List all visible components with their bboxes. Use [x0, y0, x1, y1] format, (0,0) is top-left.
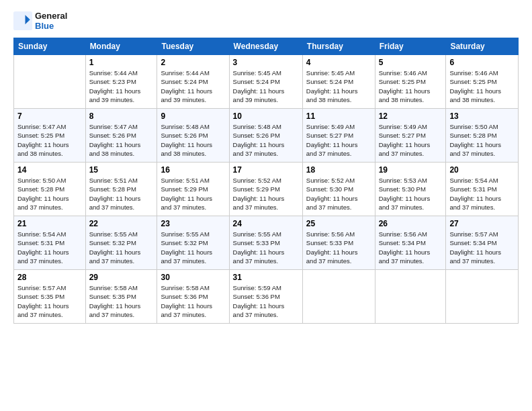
day-info: Sunrise: 5:46 AM Sunset: 5:25 PM Dayligh…	[379, 68, 443, 104]
calendar-cell: 29Sunrise: 5:58 AM Sunset: 5:35 PM Dayli…	[85, 270, 157, 324]
day-number: 6	[449, 58, 515, 67]
day-info: Sunrise: 5:50 AM Sunset: 5:28 PM Dayligh…	[17, 176, 82, 212]
header-sunday: Sunday	[14, 38, 86, 55]
day-info: Sunrise: 5:44 AM Sunset: 5:23 PM Dayligh…	[89, 68, 154, 104]
day-info: Sunrise: 5:46 AM Sunset: 5:25 PM Dayligh…	[449, 68, 515, 104]
calendar-cell: 2Sunrise: 5:44 AM Sunset: 5:24 PM Daylig…	[157, 55, 229, 109]
header: General Blue	[13, 11, 519, 31]
day-info: Sunrise: 5:56 AM Sunset: 5:34 PM Dayligh…	[379, 230, 443, 265]
day-number: 29	[89, 273, 154, 282]
day-number: 24	[233, 219, 299, 228]
header-thursday: Thursday	[302, 38, 375, 55]
day-info: Sunrise: 5:58 AM Sunset: 5:36 PM Dayligh…	[161, 283, 225, 319]
day-info: Sunrise: 5:49 AM Sunset: 5:27 PM Dayligh…	[306, 122, 371, 158]
calendar-cell: 6Sunrise: 5:46 AM Sunset: 5:25 PM Daylig…	[446, 55, 519, 109]
week-row-2: 7Sunrise: 5:47 AM Sunset: 5:25 PM Daylig…	[14, 109, 519, 163]
day-number: 4	[306, 58, 371, 67]
day-number: 11	[306, 111, 371, 121]
day-info: Sunrise: 5:51 AM Sunset: 5:28 PM Dayligh…	[89, 176, 154, 212]
calendar-cell: 19Sunrise: 5:53 AM Sunset: 5:30 PM Dayli…	[375, 163, 446, 216]
day-info: Sunrise: 5:54 AM Sunset: 5:31 PM Dayligh…	[17, 230, 82, 265]
day-info: Sunrise: 5:49 AM Sunset: 5:27 PM Dayligh…	[379, 122, 443, 158]
header-tuesday: Tuesday	[157, 38, 229, 55]
calendar-cell: 12Sunrise: 5:49 AM Sunset: 5:27 PM Dayli…	[375, 109, 446, 163]
day-number: 8	[89, 111, 154, 121]
calendar-cell: 31Sunrise: 5:59 AM Sunset: 5:36 PM Dayli…	[229, 270, 302, 324]
calendar-cell: 7Sunrise: 5:47 AM Sunset: 5:25 PM Daylig…	[14, 109, 86, 163]
calendar-cell	[14, 55, 86, 109]
day-number: 5	[379, 58, 443, 67]
day-info: Sunrise: 5:45 AM Sunset: 5:24 PM Dayligh…	[306, 68, 371, 104]
day-info: Sunrise: 5:56 AM Sunset: 5:33 PM Dayligh…	[306, 230, 371, 265]
day-number: 9	[161, 111, 225, 121]
week-row-1: 1Sunrise: 5:44 AM Sunset: 5:23 PM Daylig…	[14, 55, 519, 109]
day-info: Sunrise: 5:50 AM Sunset: 5:28 PM Dayligh…	[449, 122, 515, 158]
days-header-row: SundayMondayTuesdayWednesdayThursdayFrid…	[14, 38, 519, 55]
day-number: 18	[306, 165, 371, 175]
day-number: 13	[449, 111, 515, 121]
day-number: 1	[89, 58, 154, 67]
calendar-cell: 28Sunrise: 5:57 AM Sunset: 5:35 PM Dayli…	[14, 270, 86, 324]
day-info: Sunrise: 5:55 AM Sunset: 5:32 PM Dayligh…	[89, 230, 154, 265]
day-number: 30	[161, 273, 225, 282]
calendar-cell: 13Sunrise: 5:50 AM Sunset: 5:28 PM Dayli…	[446, 109, 519, 163]
calendar-cell: 26Sunrise: 5:56 AM Sunset: 5:34 PM Dayli…	[375, 216, 446, 270]
day-info: Sunrise: 5:57 AM Sunset: 5:34 PM Dayligh…	[449, 230, 515, 265]
calendar-cell: 25Sunrise: 5:56 AM Sunset: 5:33 PM Dayli…	[302, 216, 375, 270]
day-number: 28	[17, 273, 82, 282]
calendar-cell: 10Sunrise: 5:48 AM Sunset: 5:26 PM Dayli…	[229, 109, 302, 163]
header-monday: Monday	[85, 38, 157, 55]
day-number: 19	[379, 165, 443, 175]
calendar-cell: 20Sunrise: 5:54 AM Sunset: 5:31 PM Dayli…	[446, 163, 519, 216]
day-info: Sunrise: 5:47 AM Sunset: 5:26 PM Dayligh…	[89, 122, 154, 158]
calendar-cell: 24Sunrise: 5:55 AM Sunset: 5:33 PM Dayli…	[229, 216, 302, 270]
day-info: Sunrise: 5:48 AM Sunset: 5:26 PM Dayligh…	[161, 122, 225, 158]
calendar-cell: 9Sunrise: 5:48 AM Sunset: 5:26 PM Daylig…	[157, 109, 229, 163]
day-number: 27	[449, 219, 515, 228]
day-number: 3	[233, 58, 299, 67]
calendar-cell: 16Sunrise: 5:51 AM Sunset: 5:29 PM Dayli…	[157, 163, 229, 216]
calendar-page: General Blue SundayMondayTuesdayWednesda…	[0, 0, 532, 411]
day-info: Sunrise: 5:58 AM Sunset: 5:35 PM Dayligh…	[89, 283, 154, 319]
day-number: 12	[379, 111, 443, 121]
day-number: 22	[89, 219, 154, 228]
day-number: 20	[449, 165, 515, 175]
day-info: Sunrise: 5:55 AM Sunset: 5:32 PM Dayligh…	[161, 230, 225, 265]
calendar-cell: 17Sunrise: 5:52 AM Sunset: 5:29 PM Dayli…	[229, 163, 302, 216]
week-row-5: 28Sunrise: 5:57 AM Sunset: 5:35 PM Dayli…	[14, 270, 519, 324]
day-number: 15	[89, 165, 154, 175]
header-wednesday: Wednesday	[229, 38, 302, 55]
calendar-cell: 27Sunrise: 5:57 AM Sunset: 5:34 PM Dayli…	[446, 216, 519, 270]
day-info: Sunrise: 5:44 AM Sunset: 5:24 PM Dayligh…	[161, 68, 225, 104]
day-number: 16	[161, 165, 225, 175]
calendar-cell: 23Sunrise: 5:55 AM Sunset: 5:32 PM Dayli…	[157, 216, 229, 270]
logo: General Blue	[13, 11, 67, 31]
svg-rect-0	[13, 11, 32, 30]
calendar-cell: 15Sunrise: 5:51 AM Sunset: 5:28 PM Dayli…	[85, 163, 157, 216]
day-number: 7	[17, 111, 82, 121]
calendar-cell: 11Sunrise: 5:49 AM Sunset: 5:27 PM Dayli…	[302, 109, 375, 163]
day-info: Sunrise: 5:57 AM Sunset: 5:35 PM Dayligh…	[17, 283, 82, 319]
day-number: 23	[161, 219, 225, 228]
day-info: Sunrise: 5:52 AM Sunset: 5:29 PM Dayligh…	[233, 176, 299, 212]
calendar-cell	[302, 270, 375, 324]
day-number: 2	[161, 58, 225, 67]
logo-text: General Blue	[35, 11, 67, 31]
day-number: 26	[379, 219, 443, 228]
calendar-table: SundayMondayTuesdayWednesdayThursdayFrid…	[13, 38, 519, 324]
day-number: 17	[233, 165, 299, 175]
calendar-cell: 1Sunrise: 5:44 AM Sunset: 5:23 PM Daylig…	[85, 55, 157, 109]
day-info: Sunrise: 5:59 AM Sunset: 5:36 PM Dayligh…	[233, 283, 299, 319]
week-row-4: 21Sunrise: 5:54 AM Sunset: 5:31 PM Dayli…	[14, 216, 519, 270]
calendar-cell: 22Sunrise: 5:55 AM Sunset: 5:32 PM Dayli…	[85, 216, 157, 270]
calendar-cell: 8Sunrise: 5:47 AM Sunset: 5:26 PM Daylig…	[85, 109, 157, 163]
header-saturday: Saturday	[446, 38, 519, 55]
day-number: 14	[17, 165, 82, 175]
calendar-cell: 14Sunrise: 5:50 AM Sunset: 5:28 PM Dayli…	[14, 163, 86, 216]
calendar-cell: 18Sunrise: 5:52 AM Sunset: 5:30 PM Dayli…	[302, 163, 375, 216]
day-info: Sunrise: 5:51 AM Sunset: 5:29 PM Dayligh…	[161, 176, 225, 212]
day-info: Sunrise: 5:47 AM Sunset: 5:25 PM Dayligh…	[17, 122, 82, 158]
day-number: 10	[233, 111, 299, 121]
calendar-cell: 3Sunrise: 5:45 AM Sunset: 5:24 PM Daylig…	[229, 55, 302, 109]
day-info: Sunrise: 5:48 AM Sunset: 5:26 PM Dayligh…	[233, 122, 299, 158]
